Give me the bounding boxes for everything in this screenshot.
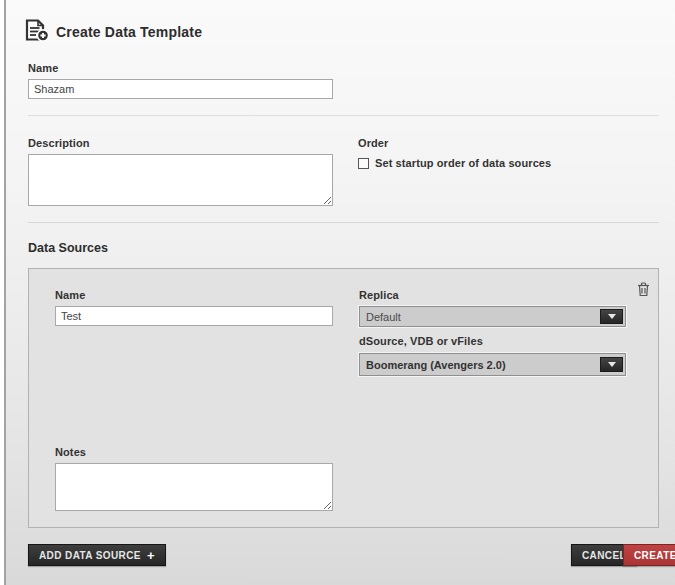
- add-data-source-label: ADD DATA SOURCE: [39, 550, 141, 561]
- cancel-button-label: CANCEL: [582, 550, 626, 561]
- chevron-down-icon: [608, 314, 616, 319]
- plus-icon: +: [147, 549, 155, 562]
- dsource-label: dSource, VDB or vFiles: [359, 335, 483, 347]
- order-label: Order: [358, 137, 388, 149]
- data-sources-heading: Data Sources: [28, 241, 108, 255]
- dsource-select[interactable]: Boomerang (Avengers 2.0): [359, 353, 626, 376]
- divider: [28, 115, 659, 116]
- ds-name-input[interactable]: [55, 306, 333, 326]
- create-data-template-dialog: Create Data Template Name Description Or…: [0, 0, 675, 585]
- chevron-down-icon: [608, 362, 616, 367]
- add-data-source-button[interactable]: ADD DATA SOURCE +: [28, 544, 166, 566]
- description-textarea[interactable]: [28, 154, 333, 206]
- replica-selected-value: Default: [360, 311, 625, 323]
- name-label: Name: [28, 62, 58, 74]
- data-source-card: Name Replica Default dSource, VDB or vFi…: [28, 268, 659, 528]
- startup-order-checkbox-label: Set startup order of data sources: [375, 157, 551, 169]
- replica-label: Replica: [359, 289, 399, 301]
- description-label: Description: [28, 137, 90, 149]
- trash-icon[interactable]: [637, 282, 650, 301]
- ds-name-label: Name: [55, 289, 85, 301]
- notes-label: Notes: [55, 446, 86, 458]
- create-button[interactable]: CREATE: [623, 544, 675, 566]
- dsource-selected-value: Boomerang (Avengers 2.0): [360, 359, 625, 371]
- notes-textarea[interactable]: [55, 463, 333, 511]
- replica-select[interactable]: Default: [359, 306, 626, 327]
- document-plus-icon: [24, 18, 50, 47]
- divider: [28, 222, 659, 223]
- replica-dropdown-button[interactable]: [600, 309, 623, 324]
- create-button-label: CREATE: [634, 550, 675, 561]
- dialog-panel: Create Data Template Name Description Or…: [4, 0, 675, 585]
- startup-order-checkbox[interactable]: [358, 158, 369, 169]
- page-title: Create Data Template: [56, 24, 202, 40]
- name-input[interactable]: [28, 79, 333, 99]
- dsource-dropdown-button[interactable]: [600, 357, 623, 372]
